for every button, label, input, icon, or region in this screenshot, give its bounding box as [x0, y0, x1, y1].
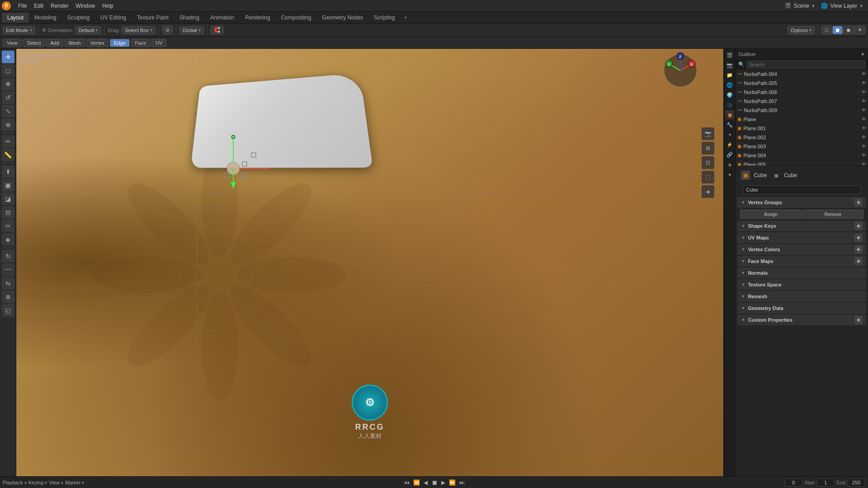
prop-icon-render[interactable]: 📷: [725, 61, 734, 70]
outliner-filter-btn[interactable]: ▼: [860, 52, 865, 57]
spin-tool-btn[interactable]: ↻: [2, 250, 14, 263]
geometry-data-header[interactable]: Geometry Data: [737, 303, 866, 314]
keying-btn[interactable]: Keying ▾: [28, 480, 47, 485]
knife-tool-btn[interactable]: ✂: [2, 220, 14, 232]
sub-btn-face[interactable]: Face: [131, 39, 150, 47]
camera-view-btn[interactable]: 📷: [702, 127, 714, 140]
orientation-selector[interactable]: Default ▾: [75, 26, 101, 34]
ortho-view-btn[interactable]: ⊡: [702, 156, 714, 169]
tab-compositing[interactable]: Compositing: [276, 13, 317, 23]
uv-maps-add-btn[interactable]: +: [854, 234, 863, 242]
cursor-tool-btn[interactable]: ✛: [2, 51, 14, 63]
prop-icon-object[interactable]: ◼: [725, 110, 734, 119]
prop-icon-physics[interactable]: ⚡: [725, 140, 734, 149]
shape-keys-header[interactable]: Shape Keys +: [737, 221, 866, 231]
polypen-tool-btn[interactable]: ◈: [2, 233, 14, 246]
smooth-tool-btn[interactable]: 〰: [2, 263, 14, 276]
tab-uv-editing[interactable]: UV Editing: [95, 13, 132, 23]
prop-icon-output[interactable]: 📁: [725, 70, 734, 80]
outliner-item-nurbspath009[interactable]: 〜 NurbsPath.009 👁: [736, 106, 868, 115]
sub-btn-mesh[interactable]: Mesh: [65, 39, 85, 47]
vg-remove-btn[interactable]: Remove: [802, 210, 863, 219]
texture-space-header[interactable]: Texture Space: [737, 279, 866, 290]
stop-btn[interactable]: ⏹: [431, 479, 438, 486]
tab-rendering[interactable]: Rendering: [240, 13, 275, 23]
bevel-tool-btn[interactable]: ◪: [2, 192, 14, 205]
mesh-name-field[interactable]: [743, 185, 861, 194]
custom-props-add-btn[interactable]: +: [854, 316, 863, 324]
tab-scripting[interactable]: Scripting: [368, 13, 401, 23]
outliner-item-plane003[interactable]: ▣ Plane.003 👁: [736, 142, 868, 151]
prop-icon-material[interactable]: ●: [725, 170, 734, 179]
start-frame-input[interactable]: [816, 479, 835, 487]
menu-window[interactable]: Window: [72, 2, 99, 10]
inset-tool-btn[interactable]: ▣: [2, 179, 14, 192]
shape-keys-add-btn[interactable]: +: [854, 222, 863, 230]
outliner-item-nurbspath006[interactable]: 〜 NurbsPath.006 👁: [736, 88, 868, 97]
play-btn[interactable]: ▶: [441, 479, 445, 486]
transform-tool-btn[interactable]: ⊕: [2, 118, 14, 131]
outliner-item-plane001[interactable]: ▣ Plane.001 👁: [736, 124, 868, 133]
tab-geometry-nodes[interactable]: Geometry Nodes: [316, 13, 368, 23]
tab-texture-paint[interactable]: Texture Paint: [132, 13, 174, 23]
uv-maps-header[interactable]: UV Maps +: [737, 232, 866, 243]
snap-btn[interactable]: 🧲: [211, 26, 223, 34]
outliner-item-nurbspath004[interactable]: 〜 NurbsPath.004 👁: [736, 70, 868, 79]
prev-frame-btn[interactable]: ⏪: [413, 479, 420, 486]
extrude-tool-btn[interactable]: ⬆: [2, 165, 14, 178]
view-btn[interactable]: View ▾: [49, 480, 63, 485]
tab-animation[interactable]: Animation: [205, 13, 240, 23]
mode-selector[interactable]: Edit Mode ▾: [3, 26, 35, 34]
prop-icon-data[interactable]: ◈: [725, 160, 734, 169]
current-frame-input[interactable]: [784, 479, 802, 487]
add-workspace-button[interactable]: +: [401, 13, 411, 23]
proportional-edit-btn[interactable]: ⊙: [162, 26, 173, 34]
jump-start-btn[interactable]: ⏮: [404, 479, 410, 486]
sub-btn-edge[interactable]: Edge: [110, 39, 130, 47]
sub-btn-add[interactable]: Add: [46, 39, 63, 47]
edge-slide-tool-btn[interactable]: ⇆: [2, 277, 14, 290]
sub-btn-view[interactable]: View: [3, 39, 22, 47]
3d-viewport[interactable]: User Perspective (Local) (0) Cube X Y Z …: [16, 49, 723, 476]
annotate-tool-btn[interactable]: ✏: [2, 135, 14, 148]
playback-label-btn[interactable]: Playback ▾: [3, 480, 27, 485]
sub-btn-select[interactable]: Select: [23, 39, 45, 47]
outliner-item-plane004[interactable]: ▣ Plane.004 👁: [736, 151, 868, 160]
menu-file[interactable]: File: [14, 2, 30, 10]
wireframe-mode-btn[interactable]: ◻: [821, 26, 832, 34]
sub-btn-uv[interactable]: UV: [151, 39, 166, 47]
vertex-groups-add-btn[interactable]: +: [854, 198, 863, 206]
shear-tool-btn[interactable]: ◱: [2, 304, 14, 317]
prop-icon-scene2[interactable]: 🌍: [725, 90, 734, 99]
drag-selector[interactable]: Select Box ▾: [122, 26, 156, 34]
vertex-colors-header[interactable]: Vertex Colors +: [737, 244, 866, 255]
prop-icon-modifier[interactable]: 🔧: [725, 120, 734, 129]
outliner-item-plane002[interactable]: ▣ Plane.002 👁: [736, 133, 868, 142]
prop-icon-constraints[interactable]: 🔗: [725, 150, 734, 159]
vg-assign-btn[interactable]: Assign: [740, 210, 801, 219]
move-tool-btn[interactable]: ✥: [2, 78, 14, 90]
options-btn[interactable]: Options ▾: [788, 26, 815, 34]
outliner-item-plane[interactable]: ▣ Plane 👁: [736, 115, 868, 124]
normals-header[interactable]: Normals: [737, 267, 866, 278]
sub-btn-vertex[interactable]: Vertex: [86, 39, 108, 47]
prop-icon-view-layer[interactable]: 🌐: [725, 80, 734, 89]
measure-tool-btn[interactable]: 📏: [2, 149, 14, 161]
shrink-tool-btn[interactable]: ⊗: [2, 291, 14, 303]
marker-btn[interactable]: Marker ▾: [65, 480, 84, 485]
prop-icon-particles[interactable]: ✦: [725, 130, 734, 139]
menu-help[interactable]: Help: [99, 2, 117, 10]
face-maps-add-btn[interactable]: +: [854, 257, 863, 265]
outliner-item-nurbspath005[interactable]: 〜 NurbsPath.005 👁: [736, 79, 868, 88]
tab-sculpting[interactable]: Sculpting: [62, 13, 95, 23]
rotate-tool-btn[interactable]: ↺: [2, 91, 14, 104]
menu-render[interactable]: Render: [47, 2, 72, 10]
end-frame-input[interactable]: [847, 479, 865, 487]
menu-edit[interactable]: Edit: [30, 2, 47, 10]
prop-icon-world[interactable]: 🌑: [725, 100, 734, 109]
jump-end-btn[interactable]: ⏭: [459, 479, 465, 486]
remesh-header[interactable]: Remesh: [737, 291, 866, 302]
custom-properties-header[interactable]: Custom Properties +: [737, 314, 866, 325]
face-maps-header[interactable]: Face Maps +: [737, 256, 866, 267]
solid-mode-btn[interactable]: ◼: [832, 26, 843, 34]
